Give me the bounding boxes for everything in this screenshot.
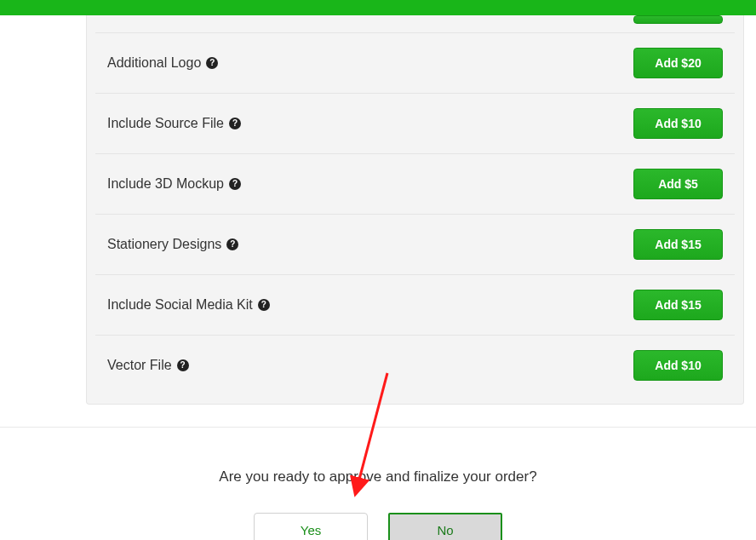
addon-text: Include 3D Mockup xyxy=(107,176,224,192)
addon-row: Include 3D Mockup ? Add $5 xyxy=(95,154,735,215)
finalize-question: Are you ready to approve and finalize yo… xyxy=(0,468,756,485)
addon-text: Vector File xyxy=(107,358,172,373)
addon-label: Include 3D Mockup ? xyxy=(107,176,241,192)
add-button[interactable]: Add $10 xyxy=(633,108,723,139)
add-button[interactable]: Add $5 xyxy=(633,169,723,199)
separator xyxy=(0,427,756,428)
help-icon[interactable]: ? xyxy=(206,57,218,69)
top-bar xyxy=(0,0,756,15)
no-button[interactable]: No xyxy=(388,513,502,540)
button-row: Yes No xyxy=(0,513,756,540)
addon-row: Include Source File ? Add $10 xyxy=(95,94,735,154)
add-button[interactable]: Add $10 xyxy=(633,350,723,381)
help-icon[interactable]: ? xyxy=(177,359,189,371)
addon-label: Vector File ? xyxy=(107,358,189,373)
addon-row xyxy=(95,15,735,33)
addons-panel: Additional Logo ? Add $20 Include Source… xyxy=(86,15,744,405)
add-button[interactable] xyxy=(633,15,723,24)
add-button[interactable]: Add $15 xyxy=(633,290,723,320)
help-icon[interactable]: ? xyxy=(229,178,241,190)
help-icon[interactable]: ? xyxy=(258,299,270,311)
addon-label: Stationery Designs ? xyxy=(107,237,238,252)
add-button[interactable]: Add $20 xyxy=(633,48,723,78)
addon-row: Include Social Media Kit ? Add $15 xyxy=(95,275,735,336)
finalize-section: Are you ready to approve and finalize yo… xyxy=(0,468,756,540)
addon-text: Stationery Designs xyxy=(107,237,221,252)
addon-label: Additional Logo ? xyxy=(107,55,218,71)
addon-row: Vector File ? Add $10 xyxy=(95,336,735,395)
addon-label: Include Source File ? xyxy=(107,116,241,131)
addon-row: Stationery Designs ? Add $15 xyxy=(95,215,735,275)
help-icon[interactable]: ? xyxy=(229,118,241,129)
add-button[interactable]: Add $15 xyxy=(633,229,723,260)
addon-label: Include Social Media Kit ? xyxy=(107,297,270,313)
addon-text: Include Social Media Kit xyxy=(107,297,253,313)
addon-text: Additional Logo xyxy=(107,55,201,71)
yes-button[interactable]: Yes xyxy=(254,513,368,540)
help-icon[interactable]: ? xyxy=(226,238,238,250)
addon-text: Include Source File xyxy=(107,116,224,131)
addon-row: Additional Logo ? Add $20 xyxy=(95,33,735,94)
